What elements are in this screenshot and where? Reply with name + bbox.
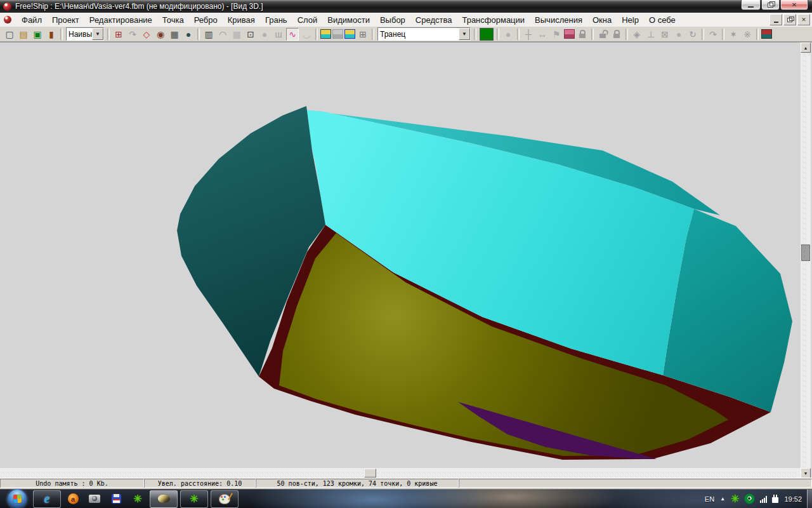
- precision-combo[interactable]: Наивысш.▼: [66, 27, 104, 41]
- menu-item-curve[interactable]: Кривая: [223, 14, 260, 26]
- collapse-edge-icon[interactable]: ↔: [536, 28, 549, 41]
- unlock-points-icon[interactable]: [596, 28, 609, 41]
- tray-eye-icon[interactable]: [744, 493, 755, 504]
- status-undo-panel: Undo память : 0 Kb.: [0, 479, 144, 488]
- taskbar-freeship-button[interactable]: [150, 490, 178, 508]
- layer-combo[interactable]: Транец▼: [377, 27, 471, 41]
- lock-point-icon[interactable]: [576, 28, 589, 41]
- interior-edges-icon[interactable]: ◉: [154, 28, 167, 41]
- control-net-icon[interactable]: ⊞: [112, 28, 125, 41]
- close-button[interactable]: ✕: [780, 0, 808, 10]
- remove-unused-icon[interactable]: ※: [741, 28, 754, 41]
- layer-color-swatch[interactable]: [480, 28, 494, 41]
- menu-item-calc[interactable]: Вычисления: [530, 14, 587, 26]
- intersect-layers-icon[interactable]: ✶: [727, 28, 740, 41]
- horizontal-scroll-thumb[interactable]: [364, 469, 376, 478]
- develop-plates-icon[interactable]: [332, 29, 343, 39]
- flip-normals-icon[interactable]: ⊥: [645, 28, 657, 41]
- status-zoom-panel: Увел. расстояние: 0.10: [144, 479, 256, 488]
- mdi-child-icon[interactable]: [4, 16, 11, 23]
- mdi-close-button[interactable]: ✕: [797, 14, 810, 25]
- save-file-icon[interactable]: ▣: [31, 28, 44, 41]
- menu-item-select[interactable]: Выбор: [375, 14, 410, 26]
- horizontal-scrollbar[interactable]: [0, 468, 801, 478]
- taskbar-ie-button[interactable]: e: [33, 490, 61, 508]
- align-points-icon[interactable]: ┼: [522, 28, 535, 41]
- language-indicator[interactable]: EN: [705, 495, 714, 503]
- hidden-net-icon[interactable]: ▦: [230, 28, 243, 41]
- move-icon[interactable]: ●: [672, 28, 685, 41]
- toolbar-separator: [591, 29, 594, 40]
- calculator-icon[interactable]: ⊡: [244, 28, 257, 41]
- tray-icons: ✳: [731, 493, 778, 505]
- camera-icon: [89, 495, 100, 503]
- menu-item-point[interactable]: Точка: [157, 14, 189, 26]
- bodyplan-view-icon[interactable]: [320, 29, 331, 39]
- hydrostatics-icon[interactable]: [344, 29, 355, 39]
- developable-check-icon[interactable]: ◇: [140, 28, 153, 41]
- taskbar-camera-button[interactable]: [85, 491, 104, 507]
- toolbar-separator: [497, 29, 499, 40]
- menu-item-project[interactable]: Проект: [47, 14, 84, 26]
- toolbar-separator: [756, 29, 759, 40]
- drag-mode-icon[interactable]: ↷: [126, 28, 139, 41]
- vertical-scroll-thumb[interactable]: [801, 244, 810, 261]
- flag-point-icon[interactable]: ⚑: [550, 28, 563, 41]
- menu-item-transform[interactable]: Трансформации: [457, 14, 530, 26]
- menu-item-file[interactable]: Файл: [16, 14, 47, 26]
- critical-points-icon[interactable]: [761, 29, 772, 39]
- icq-icon: ✳: [190, 493, 198, 505]
- four-views-icon[interactable]: ⊞: [357, 28, 369, 41]
- taskbar-icq-button[interactable]: ✳: [128, 491, 147, 507]
- tray-network-icon[interactable]: [760, 495, 767, 503]
- control-grid-icon[interactable]: ▦: [168, 28, 181, 41]
- mdi-restore-button[interactable]: [783, 14, 796, 25]
- menu-item-about[interactable]: О себе: [644, 14, 681, 26]
- layer-auto-icon[interactable]: ●: [502, 28, 514, 41]
- mirror-icon[interactable]: ◈: [631, 28, 643, 41]
- shell-icon[interactable]: ●: [258, 28, 271, 41]
- taskbar-floppy-button[interactable]: [107, 491, 126, 507]
- stations-icon[interactable]: ш: [272, 28, 285, 41]
- start-button[interactable]: [8, 490, 27, 508]
- menu-item-edit[interactable]: Редактирование: [84, 14, 157, 26]
- menu-item-edge[interactable]: Ребро: [189, 14, 223, 26]
- insert-plane-icon[interactable]: [564, 29, 575, 39]
- menu-item-windows[interactable]: Окна: [587, 14, 617, 26]
- scale-icon[interactable]: ⊠: [658, 28, 671, 41]
- show-desktop-button[interactable]: [807, 490, 812, 508]
- menu-item-face[interactable]: Грань: [260, 14, 292, 26]
- tray-icq-icon[interactable]: ✳: [731, 493, 739, 505]
- curve-edit-icon[interactable]: ↷: [707, 28, 719, 41]
- exit-icon[interactable]: ▮: [45, 28, 58, 41]
- tray-expand-button[interactable]: ▲: [720, 496, 725, 502]
- shade-view-icon[interactable]: ●: [182, 28, 195, 41]
- mdi-restore-icon: [787, 18, 792, 22]
- curvature-plot-icon[interactable]: ∿: [286, 28, 299, 41]
- gaussian-curvature-icon[interactable]: ◠: [216, 28, 229, 41]
- taskbar-aimp-button[interactable]: a: [63, 491, 82, 507]
- open-file-icon[interactable]: ▤: [17, 28, 30, 41]
- menu-item-tools[interactable]: Средства: [410, 14, 457, 26]
- minimize-button[interactable]: [741, 0, 761, 10]
- wireframe-icon[interactable]: ▥: [202, 28, 215, 41]
- rotate-icon[interactable]: ↻: [686, 28, 699, 41]
- restore-button[interactable]: [761, 0, 780, 10]
- layer-combo-dropdown-icon[interactable]: ▼: [459, 28, 470, 40]
- new-file-icon[interactable]: ▢: [3, 28, 16, 41]
- clock[interactable]: 19:52: [784, 495, 802, 503]
- menu-item-layer[interactable]: Слой: [292, 14, 323, 26]
- lock-all-icon[interactable]: [610, 28, 623, 41]
- taskbar-icq2-button[interactable]: ✳: [180, 490, 208, 508]
- menu-item-visibility[interactable]: Видимости: [322, 14, 375, 26]
- taskbar-palette-button[interactable]: [211, 490, 239, 508]
- mdi-minimize-button[interactable]: [769, 14, 782, 25]
- vertical-scrollbar[interactable]: ▲ ▼: [801, 43, 811, 478]
- scroll-up-button[interactable]: ▲: [801, 43, 811, 53]
- scroll-down-button[interactable]: ▼: [801, 468, 811, 478]
- tray-power-icon[interactable]: [772, 497, 778, 503]
- fairing-curve-icon[interactable]: ◡: [300, 28, 313, 41]
- precision-combo-dropdown-icon[interactable]: ▼: [92, 28, 103, 40]
- menu-item-help[interactable]: Help: [617, 14, 644, 26]
- 3d-viewport[interactable]: ▲ ▼: [0, 42, 812, 478]
